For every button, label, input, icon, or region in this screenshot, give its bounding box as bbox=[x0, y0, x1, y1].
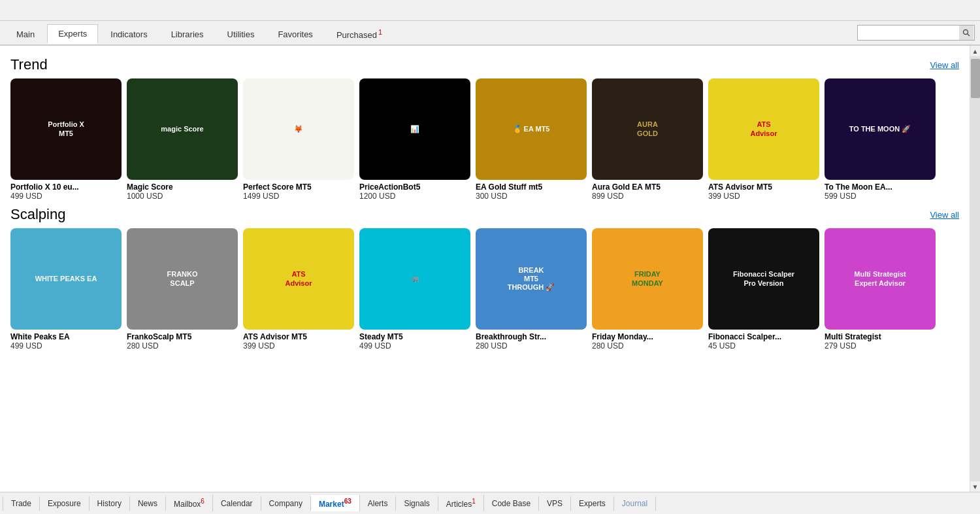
bottom-tab-journal[interactable]: Journal bbox=[614, 496, 656, 511]
tab-bar-right bbox=[852, 25, 975, 41]
scroll-down-arrow[interactable]: ▼ bbox=[970, 481, 981, 492]
top-tab-bar: MainExpertsIndicatorsLibrariesUtilitiesF… bbox=[0, 21, 980, 46]
product-name-priceaction: PriceActionBot5 bbox=[359, 182, 470, 192]
bottom-tab-news[interactable]: News bbox=[130, 496, 166, 511]
product-image-label-auragold: AURAGOLD bbox=[592, 78, 703, 180]
product-image-label-fibonacci: Fibonacci ScalperPro Version bbox=[708, 228, 819, 330]
product-image-auragold: AURAGOLD bbox=[592, 78, 703, 180]
product-image-magic-score: magic Score bbox=[127, 78, 238, 180]
product-name-multi: Multi Strategist bbox=[825, 332, 936, 341]
product-name-fibonacci: Fibonacci Scalper... bbox=[708, 332, 819, 341]
bottom-tab-signals[interactable]: Signals bbox=[396, 496, 438, 511]
product-price-ats-advisor: 399 USD bbox=[708, 192, 819, 201]
product-image-label-breakthrough: BREAKMT5THROUGH 🚀 bbox=[476, 228, 587, 330]
product-image-label-friday: FRIDAYMONDAY bbox=[592, 228, 703, 330]
product-name-perfect-score: Perfect Score MT5 bbox=[243, 182, 354, 192]
product-price-friday: 280 USD bbox=[592, 341, 703, 351]
search-icon bbox=[962, 29, 970, 37]
product-image-label-multi: Multi StrategistExpert Advisor bbox=[825, 228, 936, 330]
product-price-frankoscalp: 280 USD bbox=[127, 341, 238, 351]
scroll-up-arrow[interactable]: ▲ bbox=[970, 46, 981, 56]
product-card-ats-advisor2[interactable]: ATSAdvisorATS Advisor MT5399 USD bbox=[243, 228, 354, 351]
product-card-magic-score[interactable]: magic ScoreMagic Score1000 USD bbox=[127, 78, 238, 201]
view-all-scalping[interactable]: View all bbox=[930, 210, 959, 220]
product-name-ats-advisor2: ATS Advisor MT5 bbox=[243, 332, 354, 341]
product-price-perfect-score: 1499 USD bbox=[243, 192, 354, 201]
product-image-portfolio-x: Portfolio XMT5 bbox=[10, 78, 122, 180]
top-tabs: MainExpertsIndicatorsLibrariesUtilitiesF… bbox=[5, 22, 852, 43]
svg-line-1 bbox=[968, 34, 970, 37]
bottom-tab-history[interactable]: History bbox=[90, 496, 130, 511]
bottom-tab-bar: TradeExposureHistoryNewsMailbox6Calendar… bbox=[0, 492, 980, 514]
product-image-fibonacci: Fibonacci ScalperPro Version bbox=[708, 228, 819, 330]
bottom-tab-articles[interactable]: Articles1 bbox=[438, 495, 484, 511]
product-card-frankoscalp[interactable]: FRANKOSCALPFrankoScalp MT5280 USD bbox=[127, 228, 238, 351]
tab-utilities[interactable]: Utilities bbox=[216, 25, 266, 43]
product-name-white-peaks: White Peaks EA bbox=[10, 332, 122, 341]
product-card-priceaction[interactable]: 📊PriceActionBot51200 USD bbox=[359, 78, 470, 201]
product-card-moon[interactable]: TO THE MOON 🚀To The Moon EA...599 USD bbox=[825, 78, 936, 201]
search-input[interactable] bbox=[857, 25, 975, 41]
product-grid-trend: Portfolio XMT5Portfolio X 10 eu...499 US… bbox=[10, 78, 959, 201]
bottom-tab-mailbox[interactable]: Mailbox6 bbox=[166, 495, 213, 511]
product-card-white-peaks[interactable]: WHITE PEAKS EAWhite Peaks EA499 USD bbox=[10, 228, 122, 351]
product-image-label-ats-advisor2: ATSAdvisor bbox=[243, 228, 354, 330]
product-card-fibonacci[interactable]: Fibonacci ScalperPro VersionFibonacci Sc… bbox=[708, 228, 819, 351]
bottom-tab-experts[interactable]: Experts bbox=[571, 496, 614, 511]
bottom-tab-market[interactable]: Market63 bbox=[311, 495, 360, 511]
bottom-tab-trade[interactable]: Trade bbox=[3, 496, 40, 511]
tab-main[interactable]: Main bbox=[5, 25, 46, 43]
product-card-multi[interactable]: Multi StrategistExpert AdvisorMulti Stra… bbox=[825, 228, 936, 351]
bottom-tab-codebase[interactable]: Code Base bbox=[484, 496, 539, 511]
tab-purchased[interactable]: Purchased1 bbox=[325, 24, 393, 44]
product-image-label-magic-score: magic Score bbox=[127, 78, 238, 180]
product-image-friday: FRIDAYMONDAY bbox=[592, 228, 703, 330]
scroll-track bbox=[970, 56, 981, 481]
product-card-eagold[interactable]: 🥇 EA MT5EA Gold Stuff mt5300 USD bbox=[476, 78, 587, 201]
product-image-steady: 🦏 bbox=[359, 228, 470, 330]
product-price-portfolio-x: 499 USD bbox=[10, 192, 122, 201]
product-price-eagold: 300 USD bbox=[476, 192, 587, 201]
product-price-auragold: 899 USD bbox=[592, 192, 703, 201]
product-image-label-moon: TO THE MOON 🚀 bbox=[825, 78, 936, 180]
tab-favorites[interactable]: Favorites bbox=[267, 25, 323, 43]
bottom-tab-alerts[interactable]: Alerts bbox=[360, 496, 397, 511]
tab-libraries[interactable]: Libraries bbox=[160, 25, 215, 43]
bottom-tab-company[interactable]: Company bbox=[261, 496, 311, 511]
view-all-trend[interactable]: View all bbox=[930, 60, 959, 70]
product-name-breakthrough: Breakthrough Str... bbox=[476, 332, 587, 341]
bottom-tab-exposure[interactable]: Exposure bbox=[40, 496, 90, 511]
product-image-label-perfect-score: 🦊 bbox=[243, 78, 354, 180]
product-name-auragold: Aura Gold EA MT5 bbox=[592, 182, 703, 192]
product-card-portfolio-x[interactable]: Portfolio XMT5Portfolio X 10 eu...499 US… bbox=[10, 78, 122, 201]
product-price-breakthrough: 280 USD bbox=[476, 341, 587, 351]
scrollbar[interactable]: ▲ ▼ bbox=[970, 46, 980, 492]
search-button[interactable] bbox=[959, 26, 973, 40]
product-card-perfect-score[interactable]: 🦊Perfect Score MT51499 USD bbox=[243, 78, 354, 201]
product-grid-scalping: WHITE PEAKS EAWhite Peaks EA499 USDFRANK… bbox=[10, 228, 959, 351]
tab-experts[interactable]: Experts bbox=[47, 24, 98, 44]
product-image-eagold: 🥇 EA MT5 bbox=[476, 78, 587, 180]
product-price-moon: 599 USD bbox=[825, 192, 936, 201]
product-image-moon: TO THE MOON 🚀 bbox=[825, 78, 936, 180]
product-name-steady: Steady MT5 bbox=[359, 332, 470, 341]
product-image-label-priceaction: 📊 bbox=[359, 78, 470, 180]
product-card-auragold[interactable]: AURAGOLDAura Gold EA MT5899 USD bbox=[592, 78, 703, 201]
product-image-label-ats-advisor: ATSAdvisor bbox=[708, 78, 819, 180]
product-image-ats-advisor: ATSAdvisor bbox=[708, 78, 819, 180]
bottom-tab-calendar[interactable]: Calendar bbox=[213, 496, 261, 511]
bottom-tab-vps[interactable]: VPS bbox=[539, 496, 571, 511]
product-card-friday[interactable]: FRIDAYMONDAYFriday Monday...280 USD bbox=[592, 228, 703, 351]
product-card-ats-advisor[interactable]: ATSAdvisorATS Advisor MT5399 USD bbox=[708, 78, 819, 201]
product-price-white-peaks: 499 USD bbox=[10, 341, 122, 351]
content-area: TrendView allPortfolio XMT5Portfolio X 1… bbox=[0, 46, 970, 492]
scroll-thumb[interactable] bbox=[971, 59, 980, 98]
product-image-breakthrough: BREAKMT5THROUGH 🚀 bbox=[476, 228, 587, 330]
section-header-trend: TrendView all bbox=[10, 56, 959, 73]
product-name-moon: To The Moon EA... bbox=[825, 182, 936, 192]
product-card-breakthrough[interactable]: BREAKMT5THROUGH 🚀Breakthrough Str...280 … bbox=[476, 228, 587, 351]
tab-badge-purchased: 1 bbox=[378, 28, 382, 36]
tab-indicators[interactable]: Indicators bbox=[99, 25, 158, 43]
product-card-steady[interactable]: 🦏Steady MT5499 USD bbox=[359, 228, 470, 351]
product-price-multi: 279 USD bbox=[825, 341, 936, 351]
